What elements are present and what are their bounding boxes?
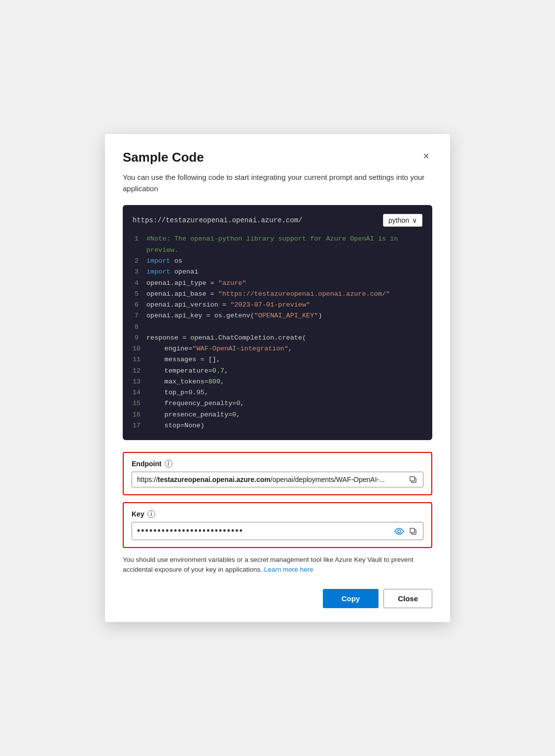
code-line: 17 stop=None) [133, 420, 422, 431]
sample-code-dialog: Sample Code × You can use the following … [105, 134, 450, 621]
str-token: "azure" [218, 279, 246, 287]
code-line: 15 frequency_penalty=0, [133, 398, 422, 409]
dialog-close-button[interactable]: × [420, 150, 432, 163]
svg-point-2 [398, 530, 401, 533]
endpoint-value: https://testazureopenai.openai.azure.com… [137, 476, 405, 483]
endpoint-value-bold: testazureopenai.openai.azure.com [158, 476, 271, 483]
copy-icon [409, 476, 417, 483]
key-field-section: Key i •••••••••••••••••••••••••• [123, 502, 432, 548]
line-number: 4 [133, 278, 146, 289]
svg-rect-4 [410, 528, 415, 533]
line-number: 8 [133, 322, 146, 333]
dialog-title: Sample Code [123, 150, 204, 165]
copy-button[interactable]: Copy [323, 589, 379, 608]
line-number: 13 [133, 377, 148, 387]
code-line: 10 engine="WAF-OpenAI-integration", [133, 344, 422, 354]
line-code: frequency_penalty=0, [148, 398, 244, 409]
key-label-row: Key i [132, 510, 423, 518]
dialog-description: You can use the following code to start … [123, 172, 432, 194]
line-code: stop=None) [148, 420, 204, 431]
line-number: 15 [133, 398, 148, 409]
code-line: 4openai.api_type = "azure" [133, 278, 422, 289]
endpoint-copy-button[interactable] [408, 476, 418, 483]
code-line: 9response = openai.ChatCompletion.create… [133, 333, 422, 344]
str-token: "WAF-OpenAI-integration" [192, 345, 288, 352]
line-code: openai.api_base = "https://testazureopen… [146, 289, 390, 300]
key-copy-button[interactable] [408, 527, 418, 535]
line-number [133, 245, 146, 256]
plain-token: temperature= [148, 367, 212, 375]
endpoint-info-icon: i [165, 460, 173, 468]
plain-token: , [236, 411, 240, 418]
line-number: 6 [133, 300, 146, 310]
line-number: 16 [133, 410, 148, 420]
line-number: 5 [133, 289, 146, 300]
plain-token: os [171, 257, 182, 265]
endpoint-value-prefix: https:// [137, 476, 158, 483]
plain-token: frequency_penalty= [148, 400, 236, 407]
key-show-button[interactable] [393, 528, 405, 535]
code-line: 13 max_tokens=800, [133, 377, 422, 387]
plain-token: openai.api_base = [146, 290, 218, 298]
plain-token: response = openai.ChatCompletion.create( [146, 334, 306, 342]
plain-token: presence_penalty= [148, 411, 232, 418]
code-area: 1#Note: The openai-python library suppor… [133, 234, 422, 431]
num-token: 0.7 [212, 367, 224, 375]
code-line: 5openai.api_base = "https://testazureope… [133, 289, 422, 300]
line-code: presence_penalty=0, [148, 410, 240, 420]
language-label: python [388, 216, 409, 224]
line-number: 1 [133, 234, 146, 244]
line-number: 3 [133, 267, 146, 277]
line-number: 2 [133, 256, 146, 267]
plain-token: , [220, 378, 224, 385]
code-line: 3import openai [133, 267, 422, 277]
code-line: 8 [133, 322, 422, 333]
endpoint-label: Endpoint [132, 460, 162, 468]
line-number: 7 [133, 310, 146, 321]
endpoint-field-section: Endpoint i https://testazureopenai.opena… [123, 452, 432, 495]
close-button[interactable]: Close [383, 589, 432, 608]
code-line: preview. [133, 245, 422, 256]
line-number: 9 [133, 333, 146, 344]
endpoint-value-suffix: /openai/deployments/WAF-OpenAI-... [271, 476, 385, 483]
plain-token: ) [318, 312, 322, 319]
code-line: 7openai.api_key = os.getenv("OPENAI_API_… [133, 310, 422, 321]
key-info-icon: i [147, 510, 155, 518]
plain-token: max_tokens= [148, 378, 208, 385]
code-line: 14 top_p=0.95, [133, 387, 422, 398]
comment-token: #Note: The openai-python library support… [146, 235, 398, 242]
plain-token: , [241, 400, 244, 407]
code-line: 6openai.api_version = "2023-07-01-previe… [133, 300, 422, 310]
plain-token: top_p= [148, 389, 188, 396]
kw-token: import [146, 257, 171, 265]
plain-token: openai.api_type = [146, 279, 218, 287]
line-code: openai.api_key = os.getenv("OPENAI_API_K… [146, 310, 322, 321]
dialog-footer: Copy Close [123, 589, 432, 608]
line-number: 11 [133, 354, 148, 365]
language-selector[interactable]: python ∨ [383, 214, 422, 227]
key-dots: •••••••••••••••••••••••••• [137, 526, 390, 536]
chevron-down-icon: ∨ [412, 216, 417, 224]
plain-token: openai [171, 268, 199, 275]
line-code: top_p=0.95, [148, 387, 208, 398]
code-line: 1#Note: The openai-python library suppor… [133, 234, 422, 244]
line-code: max_tokens=800, [148, 377, 224, 387]
plain-token: openai.api_key = os.getenv( [146, 312, 254, 319]
kw-token: import [146, 268, 171, 275]
plain-token: messages = [], [148, 356, 220, 363]
line-code: messages = [], [148, 354, 220, 365]
copy-icon [409, 527, 417, 535]
endpoint-input-row: https://testazureopenai.openai.azure.com… [132, 472, 423, 487]
str-token: "OPENAI_API_KEY" [254, 312, 318, 319]
comment-token: preview. [146, 246, 178, 254]
line-number: 12 [133, 366, 148, 377]
line-code: import openai [146, 267, 198, 277]
line-number: 14 [133, 387, 148, 398]
line-code: preview. [146, 245, 178, 256]
line-code: engine="WAF-OpenAI-integration", [148, 344, 292, 354]
str-token: "2023-07-01-preview" [230, 301, 310, 309]
line-number: 17 [133, 420, 148, 431]
plain-token: engine= [148, 345, 192, 352]
learn-more-link[interactable]: Learn more here [264, 566, 313, 573]
code-line: 16 presence_penalty=0, [133, 410, 422, 420]
